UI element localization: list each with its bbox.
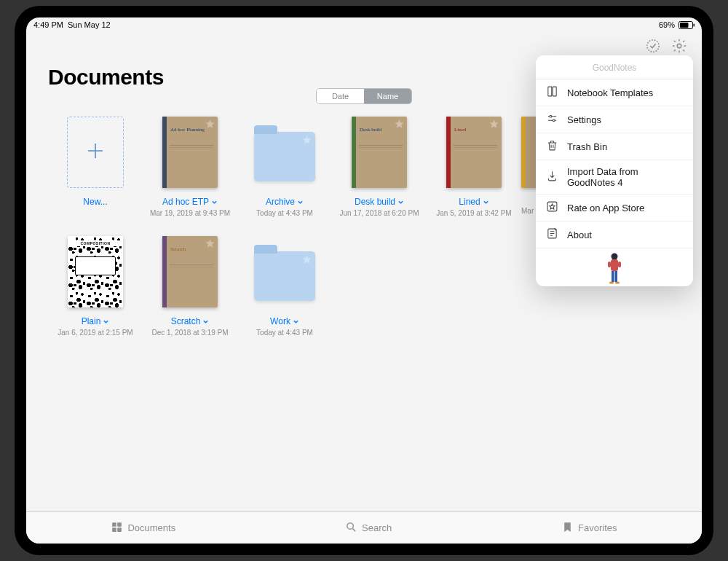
- svg-rect-24: [118, 522, 122, 527]
- tab-documents[interactable]: Documents: [111, 521, 175, 536]
- svg-point-21: [609, 282, 614, 284]
- doc-item[interactable]: Lined Lined Jan 5, 2019 at 3:42 PM: [427, 112, 521, 217]
- check-circle-icon[interactable]: [645, 38, 661, 57]
- chevron-down-icon: [297, 199, 304, 205]
- menu-settings[interactable]: Settings: [536, 106, 693, 133]
- gear-icon[interactable]: [671, 38, 687, 57]
- chevron-down-icon: [211, 199, 218, 205]
- menu-rate[interactable]: Rate on App Store: [536, 195, 693, 221]
- bookmark-icon: [561, 521, 574, 536]
- svg-rect-16: [611, 259, 618, 271]
- chevron-down-icon: [397, 199, 404, 205]
- status-time: 4:49 PM: [33, 20, 63, 29]
- tab-search[interactable]: Search: [345, 521, 392, 536]
- svg-point-22: [615, 282, 620, 284]
- templates-icon: [546, 85, 558, 100]
- chevron-down-icon: [483, 199, 489, 205]
- segment-date[interactable]: Date: [317, 89, 364, 103]
- about-icon: [546, 227, 558, 242]
- tab-favorites[interactable]: Favorites: [561, 521, 617, 536]
- svg-point-3: [647, 40, 660, 52]
- doc-item[interactable]: Ad hoc Planning Ad hoc ETP Mar 19, 2019 …: [143, 112, 237, 217]
- doc-item[interactable]: Scratch Scratch Dec 1, 2018 at 3:19 PM: [143, 232, 237, 337]
- plus-icon: [84, 140, 106, 165]
- status-date: Sun May 12: [68, 20, 111, 29]
- menu-trash-bin[interactable]: Trash Bin: [536, 133, 693, 160]
- star-icon: [301, 135, 312, 149]
- doc-item[interactable]: COMPOSITION Plain Jan 6, 2019 at 2:15 PM: [48, 232, 143, 337]
- star-icon: [205, 119, 215, 133]
- status-bar: 4:49 PM Sun May 12 69%: [26, 17, 702, 32]
- doc-item[interactable]: Archive Today at 4:43 PM: [237, 112, 332, 217]
- svg-rect-17: [612, 271, 614, 282]
- settings-popover: GoodNotes Notebook Templates Settings Tr…: [536, 55, 693, 286]
- svg-rect-2: [694, 23, 695, 26]
- svg-rect-8: [553, 87, 556, 96]
- segment-name[interactable]: Name: [364, 89, 411, 103]
- star-icon: [488, 119, 499, 133]
- chevron-down-icon: [103, 318, 109, 325]
- svg-rect-19: [608, 262, 611, 267]
- star-icon: [205, 238, 215, 252]
- menu-notebook-templates[interactable]: Notebook Templates: [536, 79, 693, 106]
- svg-point-27: [347, 522, 354, 529]
- svg-point-12: [553, 119, 555, 122]
- svg-rect-26: [118, 527, 122, 532]
- popover-title: GoodNotes: [536, 55, 693, 79]
- new-document-tile[interactable]: New...: [48, 112, 143, 217]
- import-icon: [546, 170, 558, 184]
- svg-point-15: [612, 254, 618, 260]
- svg-point-4: [677, 44, 681, 48]
- sort-segment[interactable]: Date Name: [316, 88, 412, 104]
- search-icon: [345, 521, 357, 536]
- svg-rect-1: [680, 23, 689, 28]
- grid-icon: [111, 521, 123, 536]
- trash-icon: [546, 139, 558, 154]
- chevron-down-icon: [293, 318, 299, 325]
- sliders-icon: [546, 112, 558, 127]
- star-outline-icon: [546, 200, 558, 215]
- star-icon: [301, 254, 312, 268]
- popover-illustration: [536, 248, 693, 286]
- star-icon: [394, 119, 405, 133]
- svg-rect-7: [548, 87, 552, 96]
- battery-icon: [678, 21, 695, 29]
- chevron-down-icon: [202, 318, 209, 325]
- status-battery-pct: 69%: [659, 20, 675, 29]
- svg-rect-20: [618, 262, 621, 267]
- menu-import-data[interactable]: Import Data from GoodNotes 4: [536, 160, 693, 195]
- menu-about[interactable]: About: [536, 221, 693, 248]
- doc-item[interactable]: Work Today at 4:43 PM: [237, 232, 332, 337]
- svg-rect-18: [615, 271, 618, 282]
- doc-item[interactable]: Desk build Desk build Jun 17, 2018 at 6:…: [332, 112, 427, 217]
- page-title: Documents: [48, 65, 164, 90]
- svg-point-11: [550, 115, 552, 117]
- svg-rect-23: [113, 522, 117, 527]
- svg-rect-25: [113, 527, 117, 532]
- tab-bar: Documents Search Favorites: [26, 511, 702, 544]
- new-label: New...: [83, 197, 107, 207]
- svg-line-28: [353, 528, 356, 531]
